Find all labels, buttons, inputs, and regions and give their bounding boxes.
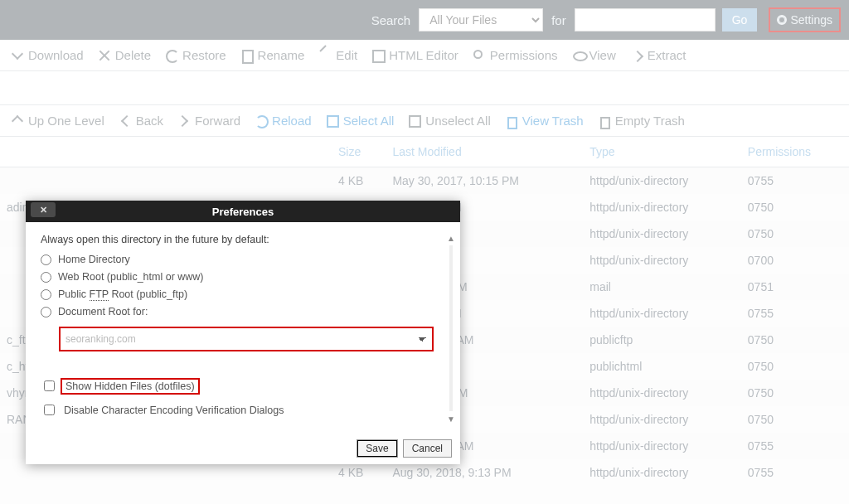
top-bar: Search All Your Files for Go Settings — [0, 0, 849, 40]
cell-name — [0, 167, 332, 195]
pencil-icon — [319, 50, 331, 61]
cell-type: httpd/unix-directory — [583, 220, 741, 247]
x-icon — [99, 50, 110, 61]
trash-icon — [506, 115, 517, 127]
opt-ftproot[interactable]: Public FTP Root (public_ftp) — [41, 288, 445, 300]
doc-icon — [241, 50, 253, 61]
show-hidden-label: Show Hidden Files (dotfiles) — [61, 378, 200, 395]
dialog-scrollbar[interactable]: ▲ ▼ — [445, 232, 457, 424]
scroll-down-icon: ▼ — [445, 413, 457, 424]
radio-docroot[interactable] — [41, 307, 51, 317]
cell-perm: 0751 — [741, 274, 849, 300]
trash-grey-icon — [599, 115, 610, 127]
cell-size: 4 KB — [332, 167, 386, 195]
cell-perm: 0750 — [741, 327, 849, 353]
save-button[interactable]: Save — [357, 439, 397, 458]
forward-icon — [178, 115, 190, 127]
settings-label: Settings — [790, 13, 832, 27]
cell-perm: 0755 — [741, 433, 849, 459]
forward-button[interactable]: Forward — [178, 114, 240, 128]
check-icon — [327, 115, 338, 127]
extract-button[interactable]: Extract — [631, 48, 686, 62]
opt-webroot[interactable]: Web Root (public_html or www) — [41, 271, 445, 283]
disable-encoding-checkbox[interactable] — [44, 405, 55, 415]
back-button[interactable]: Back — [119, 114, 163, 128]
unselect-all-button[interactable]: Unselect All — [409, 114, 490, 128]
col-type[interactable]: Type — [583, 137, 741, 167]
table-row[interactable]: 4 KBMay 30, 2017, 10:15 PMhttpd/unix-dir… — [0, 167, 849, 195]
key-icon — [473, 50, 485, 61]
cell-type: mail — [583, 274, 741, 300]
disable-encoding-label: Disable Character Encoding Verification … — [64, 405, 284, 416]
radio-webroot[interactable] — [41, 272, 51, 283]
cell-perm: 0750 — [741, 380, 849, 406]
dialog-footer: Save Cancel — [26, 434, 460, 464]
radio-home[interactable] — [41, 254, 51, 265]
cell-perm: 0750 — [741, 406, 849, 433]
restore-icon — [166, 50, 177, 61]
nav-toolbar: Up One Level Back Forward Reload Select … — [0, 104, 849, 137]
cell-type: httpd/unix-directory — [583, 167, 741, 195]
cell-type: httpd/unix-directory — [583, 406, 741, 433]
select-all-button[interactable]: Select All — [327, 114, 395, 128]
cell-type: httpd/unix-directory — [583, 300, 741, 327]
cell-perm: 0700 — [741, 247, 849, 274]
rename-button[interactable]: Rename — [241, 48, 305, 62]
radio-ftproot[interactable] — [41, 289, 51, 300]
extract-icon — [631, 50, 643, 61]
for-label: for — [551, 13, 566, 27]
view-trash-button[interactable]: View Trash — [506, 114, 584, 128]
html-icon — [372, 50, 384, 61]
search-input[interactable] — [575, 8, 716, 32]
preferences-dialog: ✕ Preferences Always open this directory… — [26, 201, 460, 464]
download-button[interactable]: Download — [12, 48, 84, 62]
col-perm[interactable]: Permissions — [741, 137, 849, 167]
edit-button[interactable]: Edit — [319, 48, 357, 62]
gear-icon — [777, 15, 787, 25]
cell-type: publichtml — [583, 353, 741, 380]
delete-button[interactable]: Delete — [99, 48, 151, 62]
up-one-level-button[interactable]: Up One Level — [12, 114, 104, 128]
opt-docroot[interactable]: Document Root for: — [41, 306, 445, 317]
cell-perm: 0755 — [741, 459, 849, 486]
cell-perm: 0755 — [741, 167, 849, 195]
dialog-header: ✕ Preferences — [26, 201, 460, 222]
col-name[interactable] — [0, 137, 332, 167]
cell-type: httpd/unix-directory — [583, 459, 741, 486]
disable-encoding-row[interactable]: Disable Character Encoding Verification … — [41, 402, 445, 418]
col-modified[interactable]: Last Modified — [386, 137, 583, 167]
cell-type: httpd/unix-directory — [583, 380, 741, 406]
cell-perm: 0750 — [741, 220, 849, 247]
reload-button[interactable]: Reload — [255, 114, 312, 128]
scroll-track — [449, 245, 453, 411]
up-icon — [12, 115, 23, 127]
dialog-body: Always open this directory in the future… — [26, 222, 460, 434]
cell-type: httpd/unix-directory — [583, 194, 741, 220]
show-hidden-checkbox[interactable] — [44, 380, 55, 391]
opt-home[interactable]: Home Directory — [41, 254, 445, 265]
search-label: Search — [371, 13, 411, 27]
col-size[interactable]: Size — [332, 137, 386, 167]
cell-type: publicftp — [583, 327, 741, 353]
main-toolbar: Download Delete Restore Rename Edit HTML… — [0, 40, 849, 71]
cell-modified: May 30, 2017, 10:15 PM — [386, 167, 583, 195]
search-scope-select[interactable]: All Your Files — [419, 8, 543, 32]
reload-icon — [255, 115, 267, 127]
dialog-intro: Always open this directory in the future… — [41, 234, 445, 245]
permissions-button[interactable]: Permissions — [473, 48, 558, 62]
html-editor-button[interactable]: HTML Editor — [372, 48, 458, 62]
settings-button[interactable]: Settings — [769, 7, 841, 32]
uncheck-icon — [409, 115, 420, 127]
cancel-button[interactable]: Cancel — [403, 439, 452, 458]
scroll-up-icon: ▲ — [445, 232, 457, 244]
cell-type: httpd/unix-directory — [583, 247, 741, 274]
docroot-select[interactable]: seoranking.com — [59, 327, 434, 351]
view-button[interactable]: View — [573, 48, 616, 62]
go-button[interactable]: Go — [722, 8, 758, 32]
download-icon — [12, 50, 23, 61]
show-hidden-row[interactable]: Show Hidden Files (dotfiles) — [41, 378, 445, 394]
close-button[interactable]: ✕ — [31, 202, 56, 217]
cell-perm: 0750 — [741, 353, 849, 380]
empty-trash-button[interactable]: Empty Trash — [599, 114, 685, 128]
restore-button[interactable]: Restore — [166, 48, 226, 62]
